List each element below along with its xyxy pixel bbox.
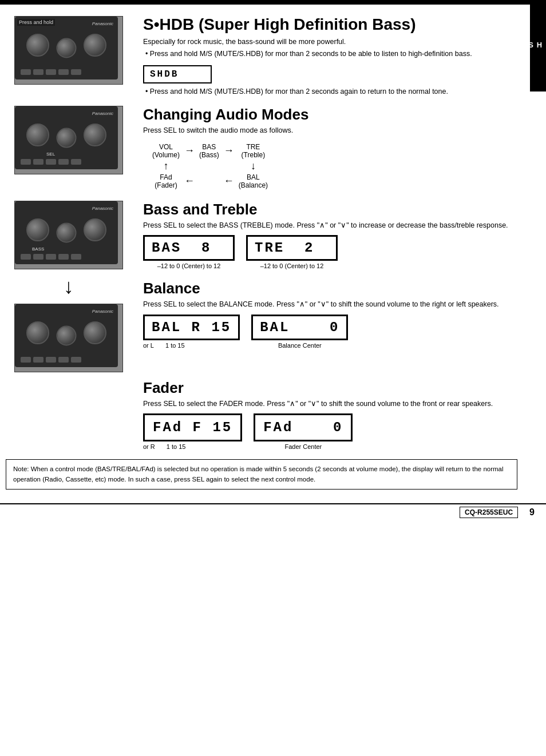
fad-or-label: or R xyxy=(143,443,155,450)
brand-label-2: Panasonic xyxy=(92,111,113,116)
bal-or-label: or L xyxy=(143,342,154,349)
fad-f-text: FAd F 15 xyxy=(153,420,232,435)
audio-modes-images: Panasonic SEL xyxy=(6,106,132,174)
bass-display-panel: BAS 8 –12 to 0 (Center) to 12 xyxy=(143,235,235,269)
knob-center-4 xyxy=(57,325,77,345)
model-number: CQ-R255SEUC xyxy=(460,507,518,518)
down-arrow: ↓ xyxy=(64,276,74,297)
device-image-1: Press and hold Panasonic xyxy=(14,16,123,85)
knob-center-2 xyxy=(57,128,77,148)
flow-bal-label: BAL (Balance) xyxy=(235,172,271,190)
fad-center-caption: Fader Center xyxy=(254,443,353,450)
flow-arrow-1: → xyxy=(183,142,196,160)
flow-vol-label: VOL (Volume) xyxy=(149,142,183,160)
shdb-images: Press and hold Panasonic xyxy=(6,16,132,85)
brand-label-3: Panasonic xyxy=(92,206,113,211)
audio-modes-desc: Press SEL to switch the audio mode as fo… xyxy=(143,126,517,136)
bass-treble-content: Bass and Treble Press SEL to select the … xyxy=(132,201,517,353)
knob-right-4 xyxy=(84,321,106,344)
flow-arrow-2: → xyxy=(223,142,235,160)
bal-r-text: BAL R 15 xyxy=(152,320,231,335)
main-content: Press and hold Panasonic S• xyxy=(0,10,529,501)
shdb-intro: Especially for rock music, the bass-soun… xyxy=(143,37,517,47)
shdb-display-text: SHDB xyxy=(150,69,179,79)
fader-title: Fader xyxy=(143,379,517,397)
bas-display-text: BAS 8 xyxy=(152,240,211,256)
shdb-bullet1: Press and hold M/S (MUTE/S.HDB) for mor … xyxy=(143,49,517,59)
bal-r-caption: or L 1 to 15 xyxy=(143,342,185,349)
shdb-content: S•HDB (Super High Definition Bass) Espec… xyxy=(132,16,517,99)
knob-left xyxy=(26,34,49,57)
note-text: Note: When a control mode (BAS/TRE/BAL/F… xyxy=(13,465,504,482)
shdb-section: Press and hold Panasonic S• xyxy=(6,16,517,99)
press-hold-label: Press and hold xyxy=(17,19,55,26)
bal-center-caption: Balance Center xyxy=(251,342,348,349)
fad-f-caption: or R 1 to 15 xyxy=(143,443,185,450)
fad-f-panel: FAd F 15 or R 1 to 15 xyxy=(143,413,242,450)
device-image-4: Panasonic xyxy=(14,304,123,372)
shdb-display: SHDB xyxy=(143,65,212,83)
audio-modes-content: Changing Audio Modes Press SEL to switch… xyxy=(132,106,517,194)
tre-display-text: TRE 2 xyxy=(255,240,314,256)
fad-f-display: FAd F 15 xyxy=(143,413,242,441)
fader-desc: Press SEL to select the FADER mode. Pres… xyxy=(143,399,517,409)
fad-center-panel: FAd 0 Fader Center xyxy=(254,413,353,450)
fad-center-display: FAd 0 xyxy=(254,413,353,441)
bal-range-label: 1 to 15 xyxy=(165,342,185,349)
bal-center-text: BAL 0 xyxy=(260,320,339,335)
flow-table: VOL (Volume) → BAS (Bass) → TRE (Treble) xyxy=(149,142,271,190)
flow-arrow-4: ← xyxy=(223,172,235,190)
knob-right-2 xyxy=(84,124,106,146)
knob-left-3 xyxy=(26,218,49,241)
bal-center-panel: BAL 0 Balance Center xyxy=(251,315,348,349)
bass-treble-section: Panasonic BASS ↓ xyxy=(6,201,517,372)
note-box: Note: When a control mode (BAS/TRE/BAL/F… xyxy=(6,459,517,490)
audio-modes-section: Panasonic SEL Changing Audi xyxy=(6,106,517,194)
balance-title: Balance xyxy=(143,280,517,297)
page-number: 9 xyxy=(529,507,535,518)
bas-caption: –12 to 0 (Center) to 12 xyxy=(143,262,235,269)
shdb-bullet2: Press and hold M/S (MUTE/S.HDB) for mor … xyxy=(143,87,517,97)
flow-tre-label: TRE (Treble) xyxy=(235,142,271,160)
knob-right xyxy=(84,34,106,57)
treble-display-panel: TRE 2 –12 to 0 (Center) to 12 xyxy=(246,235,338,269)
top-bar xyxy=(0,0,546,5)
knob-left-2 xyxy=(26,124,49,146)
bass-treble-displays: BAS 8 –12 to 0 (Center) to 12 TRE 2 –12 … xyxy=(143,235,517,269)
side-tab: ENGLISH xyxy=(530,0,546,91)
bas-display: BAS 8 xyxy=(143,235,235,261)
balance-subsection: Balance Press SEL to select the BALANCE … xyxy=(143,280,517,349)
bottom-bar: CQ-R255SEUC 9 xyxy=(0,503,546,520)
bal-r-panel: BAL R 15 or L 1 to 15 xyxy=(143,315,240,349)
bass-treble-desc: Press SEL to select the BASS (TREBLE) mo… xyxy=(143,221,517,231)
fader-displays: FAd F 15 or R 1 to 15 FAd 0 Fader Center xyxy=(143,413,517,450)
audio-flow-diagram: VOL (Volume) → BAS (Bass) → TRE (Treble) xyxy=(149,142,517,190)
balance-displays: BAL R 15 or L 1 to 15 BAL 0 Balance Cent… xyxy=(143,315,517,349)
knob-center xyxy=(57,38,77,58)
flow-fad-label: FAd (Fader) xyxy=(149,172,183,190)
tre-display: TRE 2 xyxy=(246,235,338,261)
bass-treble-images: Panasonic BASS ↓ xyxy=(6,201,132,372)
bal-center-display: BAL 0 xyxy=(251,315,348,340)
knob-right-3 xyxy=(84,218,106,241)
device-image-3: Panasonic BASS xyxy=(14,201,123,269)
flow-arrow-3: ← xyxy=(183,172,196,190)
side-tab-letters: ENGLISH xyxy=(484,41,544,51)
device-image-2: Panasonic SEL xyxy=(14,106,123,174)
brand-label-4: Panasonic xyxy=(92,309,113,314)
brand-label: Panasonic xyxy=(92,21,113,26)
bal-r-display: BAL R 15 xyxy=(143,315,240,340)
knob-left-4 xyxy=(26,321,49,344)
fad-range-label: 1 to 15 xyxy=(167,443,186,450)
knob-center-3 xyxy=(57,222,77,242)
audio-modes-title: Changing Audio Modes xyxy=(143,106,517,124)
flow-bas-label: BAS (Bass) xyxy=(196,142,223,160)
flow-down-arrow: ↓ xyxy=(235,160,271,172)
flow-up-arrow: ↑ xyxy=(149,160,183,172)
balance-desc: Press SEL to select the BALANCE mode. Pr… xyxy=(143,300,517,310)
tre-caption: –12 to 0 (Center) to 12 xyxy=(246,262,338,269)
fad-center-text: FAd 0 xyxy=(263,420,343,435)
shdb-title: S•HDB (Super High Definition Bass) xyxy=(143,16,517,34)
bass-treble-title: Bass and Treble xyxy=(143,201,517,218)
fader-section: Fader Press SEL to select the FADER mode… xyxy=(132,379,517,451)
